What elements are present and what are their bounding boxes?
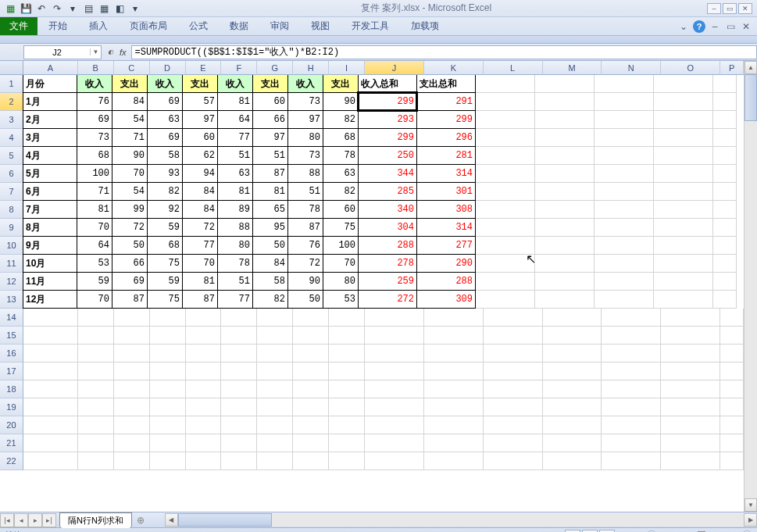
cell-F17[interactable] bbox=[221, 362, 257, 380]
cell-F14[interactable] bbox=[221, 309, 257, 327]
row-header-16[interactable]: 16 bbox=[0, 345, 23, 362]
cell-H3[interactable]: 97 bbox=[287, 110, 323, 129]
cell-L12[interactable] bbox=[476, 273, 535, 291]
cell-P18[interactable] bbox=[720, 380, 744, 398]
cell-P4[interactable] bbox=[713, 129, 737, 147]
col-header-N[interactable]: N bbox=[602, 61, 661, 75]
cell-D15[interactable] bbox=[150, 327, 186, 345]
cell-J11[interactable]: 278 bbox=[358, 254, 417, 273]
cell-I10[interactable]: 100 bbox=[323, 236, 359, 255]
cell-M13[interactable] bbox=[535, 291, 595, 309]
cell-C11[interactable]: 66 bbox=[112, 254, 148, 273]
cell-H4[interactable]: 80 bbox=[287, 128, 323, 147]
cell-P17[interactable] bbox=[720, 362, 744, 380]
cell-E14[interactable] bbox=[186, 309, 222, 327]
cell-D6[interactable]: 93 bbox=[147, 164, 183, 183]
scroll-right-icon[interactable]: ▶ bbox=[744, 513, 757, 527]
ribbon-tab-data[interactable]: 数据 bbox=[219, 17, 259, 35]
cell-O9[interactable] bbox=[654, 219, 713, 237]
cell-H16[interactable] bbox=[293, 345, 329, 362]
cell-K8[interactable]: 308 bbox=[416, 200, 476, 219]
cell-F5[interactable]: 51 bbox=[217, 146, 253, 165]
cell-H2[interactable]: 73 bbox=[287, 92, 323, 111]
cell-K16[interactable] bbox=[424, 345, 484, 362]
name-box[interactable]: J2 ▼ bbox=[23, 45, 102, 59]
undo-icon[interactable]: ↶ bbox=[34, 2, 48, 16]
cell-I2[interactable]: 90 bbox=[323, 92, 359, 111]
ribbon-minimize-icon[interactable]: ⌄ bbox=[677, 20, 690, 33]
cell-N13[interactable] bbox=[595, 291, 654, 309]
cell-N4[interactable] bbox=[595, 129, 654, 147]
cell-E5[interactable]: 62 bbox=[182, 146, 218, 165]
cell-I15[interactable] bbox=[329, 327, 365, 345]
cell-M7[interactable] bbox=[535, 183, 595, 201]
cell-E10[interactable]: 77 bbox=[182, 236, 218, 255]
cell-G3[interactable]: 66 bbox=[252, 110, 288, 129]
row-header-8[interactable]: 8 bbox=[0, 201, 23, 219]
cell-P16[interactable] bbox=[720, 345, 744, 362]
cell-E12[interactable]: 81 bbox=[182, 272, 218, 291]
cell-A3[interactable]: 2月 bbox=[23, 110, 77, 129]
cell-G7[interactable]: 81 bbox=[252, 182, 288, 201]
cell-K5[interactable]: 281 bbox=[416, 146, 476, 165]
cell-P15[interactable] bbox=[720, 327, 744, 345]
cell-C8[interactable]: 99 bbox=[112, 200, 148, 219]
cell-M3[interactable] bbox=[535, 111, 595, 129]
cell-J9[interactable]: 304 bbox=[358, 218, 417, 237]
cell-C1[interactable]: 支出 bbox=[112, 74, 148, 93]
cell-P6[interactable] bbox=[713, 165, 737, 183]
cell-M21[interactable] bbox=[543, 434, 602, 452]
cell-B11[interactable]: 53 bbox=[77, 254, 112, 273]
cell-L2[interactable] bbox=[476, 93, 535, 111]
col-header-F[interactable]: F bbox=[221, 61, 257, 75]
ribbon-tab-home[interactable]: 开始 bbox=[37, 17, 78, 35]
cell-J12[interactable]: 259 bbox=[358, 272, 417, 291]
cell-N9[interactable] bbox=[595, 219, 654, 237]
cell-M19[interactable] bbox=[543, 398, 602, 416]
cell-F3[interactable]: 64 bbox=[217, 110, 253, 129]
cell-I20[interactable] bbox=[329, 416, 365, 434]
cell-A17[interactable] bbox=[23, 362, 78, 380]
cell-J1[interactable]: 收入总和 bbox=[358, 74, 417, 93]
cell-P11[interactable] bbox=[713, 255, 737, 273]
cell-J17[interactable] bbox=[365, 362, 424, 380]
cell-A9[interactable]: 8月 bbox=[23, 218, 77, 237]
cell-O4[interactable] bbox=[654, 129, 713, 147]
cell-A2[interactable]: 1月 bbox=[23, 92, 77, 111]
row-header-20[interactable]: 20 bbox=[0, 416, 23, 434]
cell-P10[interactable] bbox=[713, 237, 737, 255]
cell-D9[interactable]: 59 bbox=[147, 218, 183, 237]
cell-A11[interactable]: 10月 bbox=[23, 254, 77, 273]
col-header-L[interactable]: L bbox=[484, 61, 543, 75]
cell-P22[interactable] bbox=[720, 452, 744, 470]
cell-D22[interactable] bbox=[150, 452, 186, 470]
cell-B9[interactable]: 70 bbox=[77, 218, 112, 237]
cell-H20[interactable] bbox=[293, 416, 329, 434]
cell-N5[interactable] bbox=[595, 147, 654, 165]
cell-E8[interactable]: 84 bbox=[182, 200, 218, 219]
col-header-A[interactable]: A bbox=[23, 61, 78, 75]
cell-J3[interactable]: 293 bbox=[358, 110, 417, 129]
cell-G10[interactable]: 50 bbox=[252, 236, 288, 255]
cell-L10[interactable] bbox=[476, 237, 535, 255]
cell-K15[interactable] bbox=[424, 327, 484, 345]
cell-I9[interactable]: 75 bbox=[323, 218, 359, 237]
cell-A8[interactable]: 7月 bbox=[23, 200, 77, 219]
cell-K13[interactable]: 309 bbox=[416, 290, 476, 309]
cell-N1[interactable] bbox=[595, 75, 654, 93]
cell-E18[interactable] bbox=[186, 380, 222, 398]
sheet-first-icon[interactable]: |◂ bbox=[0, 513, 14, 527]
cell-G9[interactable]: 95 bbox=[252, 218, 288, 237]
cell-N14[interactable] bbox=[602, 309, 661, 327]
cell-J21[interactable] bbox=[365, 434, 424, 452]
cell-O11[interactable] bbox=[654, 255, 713, 273]
cell-D21[interactable] bbox=[150, 434, 186, 452]
cell-M15[interactable] bbox=[543, 327, 602, 345]
cell-C4[interactable]: 71 bbox=[112, 128, 148, 147]
cell-J8[interactable]: 340 bbox=[358, 200, 417, 219]
cell-I19[interactable] bbox=[329, 398, 365, 416]
cell-H5[interactable]: 73 bbox=[287, 146, 323, 165]
normal-view-icon[interactable]: ▦ bbox=[565, 530, 580, 533]
cell-H17[interactable] bbox=[293, 362, 329, 380]
cell-O6[interactable] bbox=[654, 165, 713, 183]
